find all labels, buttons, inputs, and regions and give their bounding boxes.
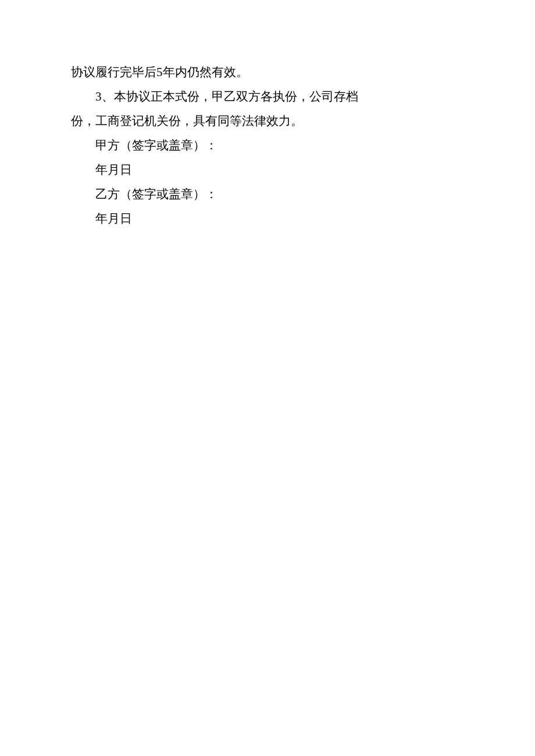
paragraph-line-2: 3、本协议正本式份，甲乙双方各执份，公司存档: [71, 84, 464, 109]
paragraph-party-a-signature: 甲方（签字或盖章）：: [71, 133, 464, 157]
paragraph-party-a-date: 年月日: [71, 157, 464, 182]
paragraph-party-b-signature: 乙方（签字或盖章）：: [71, 182, 464, 206]
paragraph-party-b-date: 年月日: [71, 206, 464, 231]
paragraph-line-1: 协议履行完毕后5年内仍然有效。: [71, 60, 464, 84]
paragraph-line-3: 份，工商登记机关份，具有同等法律效力。: [71, 109, 464, 133]
